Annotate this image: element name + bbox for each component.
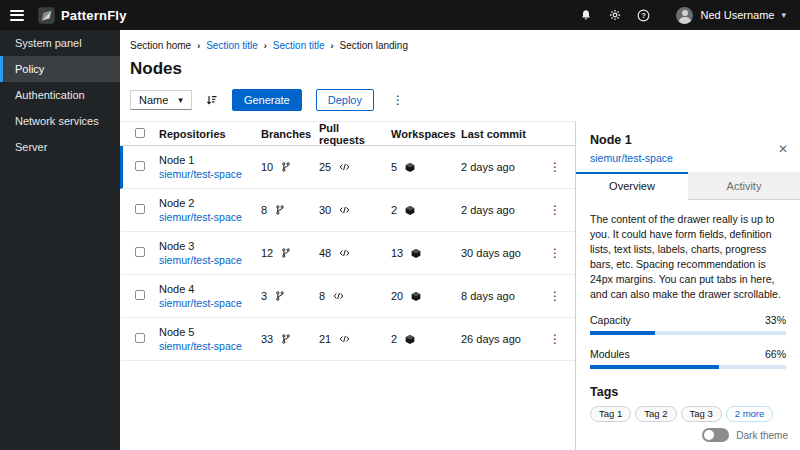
tag-chip[interactable]: Tag 2 bbox=[635, 406, 676, 422]
row-checkbox[interactable] bbox=[135, 247, 145, 257]
select-all-checkbox[interactable] bbox=[135, 128, 145, 138]
row-checkbox[interactable] bbox=[135, 161, 145, 171]
col-header-repositories: Repositories bbox=[159, 128, 261, 140]
brand: PatternFly bbox=[38, 7, 127, 24]
capacity-progress: Capacity 33% bbox=[590, 314, 786, 335]
help-question-icon[interactable]: ? bbox=[637, 9, 650, 22]
deploy-button[interactable]: Deploy bbox=[316, 89, 374, 111]
pull-requests-count: 8 bbox=[319, 290, 325, 302]
settings-gear-icon[interactable] bbox=[608, 9, 621, 22]
cube-icon bbox=[411, 291, 421, 302]
breadcrumb-item-home[interactable]: Section home bbox=[130, 40, 191, 51]
workspaces-count: 20 bbox=[391, 290, 403, 302]
chevron-down-icon: ▾ bbox=[178, 95, 183, 105]
breadcrumb-item-section-2[interactable]: Section title bbox=[273, 40, 325, 51]
tab-overview[interactable]: Overview bbox=[576, 172, 688, 200]
main-content: Section home › Section title › Section t… bbox=[120, 30, 800, 450]
row-kebab-icon[interactable]: ⋮ bbox=[545, 159, 565, 175]
node-repo-link[interactable]: siemur/test-space bbox=[159, 297, 257, 309]
row-checkbox[interactable] bbox=[135, 333, 145, 343]
table-row[interactable]: Node 3 siemur/test-space 12 48 13 bbox=[120, 232, 575, 275]
branches-count: 33 bbox=[261, 333, 273, 345]
sidebar-item-policy[interactable]: Policy bbox=[0, 56, 120, 82]
row-checkbox[interactable] bbox=[135, 290, 145, 300]
code-branch-icon bbox=[275, 205, 285, 215]
toolbar-kebab-icon[interactable]: ⋮ bbox=[388, 92, 408, 108]
cube-icon bbox=[405, 162, 415, 173]
drawer-description: The content of the drawer really is up t… bbox=[590, 212, 786, 301]
drawer-close-icon[interactable]: ✕ bbox=[778, 133, 788, 164]
pull-requests-count: 30 bbox=[319, 204, 331, 216]
row-kebab-icon[interactable]: ⋮ bbox=[545, 288, 565, 304]
node-repo-link[interactable]: siemur/test-space bbox=[159, 254, 257, 266]
cube-icon bbox=[405, 205, 415, 216]
breadcrumb-item-section-1[interactable]: Section title bbox=[206, 40, 258, 51]
capacity-value: 33% bbox=[765, 314, 786, 326]
node-name: Node 5 bbox=[159, 326, 257, 338]
node-repo-link[interactable]: siemur/test-space bbox=[159, 168, 257, 180]
code-branch-icon bbox=[281, 248, 291, 258]
node-repo-link[interactable]: siemur/test-space bbox=[159, 211, 257, 223]
code-branch-icon bbox=[281, 334, 291, 344]
workspaces-count: 2 bbox=[391, 204, 397, 216]
workspaces-count: 5 bbox=[391, 161, 397, 173]
breadcrumb-separator-icon: › bbox=[331, 41, 334, 51]
pull-requests-count: 48 bbox=[319, 247, 331, 259]
table-row[interactable]: Node 5 siemur/test-space 33 21 2 bbox=[120, 318, 575, 361]
capacity-label: Capacity bbox=[590, 314, 631, 326]
table-row[interactable]: Node 2 siemur/test-space 8 30 2 bbox=[120, 189, 575, 232]
dark-theme-label: Dark theme bbox=[736, 430, 788, 441]
drawer-repo-link[interactable]: siemur/test-space bbox=[590, 152, 673, 164]
user-menu[interactable]: Ned Username ▾ bbox=[676, 7, 786, 24]
capacity-bar bbox=[590, 331, 655, 335]
code-branch-icon bbox=[281, 162, 291, 172]
sidebar-nav: System panel Policy Authentication Netwo… bbox=[0, 30, 120, 450]
tags-overflow-chip[interactable]: 2 more bbox=[726, 406, 774, 422]
breadcrumb-separator-icon: › bbox=[264, 41, 267, 51]
drawer-tabs: Overview Activity bbox=[576, 172, 800, 200]
drawer-title: Node 1 bbox=[590, 133, 673, 147]
row-kebab-icon[interactable]: ⋮ bbox=[545, 245, 565, 261]
code-icon bbox=[339, 205, 350, 215]
tab-activity[interactable]: Activity bbox=[688, 172, 800, 200]
col-header-pull-requests: Pull requests bbox=[319, 122, 391, 146]
sort-icon[interactable] bbox=[206, 94, 218, 106]
breadcrumb-separator-icon: › bbox=[197, 41, 200, 51]
notifications-bell-icon[interactable] bbox=[579, 9, 592, 22]
branches-count: 8 bbox=[261, 204, 267, 216]
table-header-row: Repositories Branches Pull requests Work… bbox=[120, 122, 575, 146]
col-header-last-commit: Last commit bbox=[461, 128, 545, 140]
chevron-down-icon: ▾ bbox=[781, 10, 786, 20]
workspaces-count: 13 bbox=[391, 247, 403, 259]
pull-requests-count: 25 bbox=[319, 161, 331, 173]
table-row[interactable]: Node 1 siemur/test-space 10 25 5 bbox=[120, 146, 575, 189]
svg-text:?: ? bbox=[642, 12, 646, 19]
code-icon bbox=[339, 162, 350, 172]
breadcrumb: Section home › Section title › Section t… bbox=[120, 30, 800, 51]
code-branch-icon bbox=[275, 291, 285, 301]
row-kebab-icon[interactable]: ⋮ bbox=[545, 202, 565, 218]
row-kebab-icon[interactable]: ⋮ bbox=[545, 331, 565, 347]
filter-select-value: Name bbox=[139, 94, 168, 106]
user-name: Ned Username bbox=[700, 9, 774, 21]
tag-chip[interactable]: Tag 3 bbox=[681, 406, 722, 422]
modules-bar bbox=[590, 365, 719, 369]
nodes-table: Repositories Branches Pull requests Work… bbox=[120, 121, 575, 450]
cube-icon bbox=[411, 248, 421, 259]
sidebar-item-server[interactable]: Server bbox=[0, 134, 120, 160]
sidebar-item-network-services[interactable]: Network services bbox=[0, 108, 120, 134]
sidebar-item-authentication[interactable]: Authentication bbox=[0, 82, 120, 108]
details-drawer: Node 1 siemur/test-space ✕ Overview Acti… bbox=[575, 121, 800, 450]
tag-chip[interactable]: Tag 1 bbox=[590, 406, 631, 422]
filter-select[interactable]: Name ▾ bbox=[130, 90, 192, 110]
table-row[interactable]: Node 4 siemur/test-space 3 8 20 bbox=[120, 275, 575, 318]
generate-button[interactable]: Generate bbox=[232, 89, 302, 111]
row-checkbox[interactable] bbox=[135, 204, 145, 214]
brand-name: PatternFly bbox=[61, 8, 127, 23]
nav-toggle-icon[interactable] bbox=[10, 10, 24, 21]
sidebar-item-system-panel[interactable]: System panel bbox=[0, 30, 120, 56]
node-repo-link[interactable]: siemur/test-space bbox=[159, 340, 257, 352]
branches-count: 12 bbox=[261, 247, 273, 259]
dark-theme-toggle[interactable] bbox=[702, 428, 729, 442]
node-name: Node 4 bbox=[159, 283, 257, 295]
